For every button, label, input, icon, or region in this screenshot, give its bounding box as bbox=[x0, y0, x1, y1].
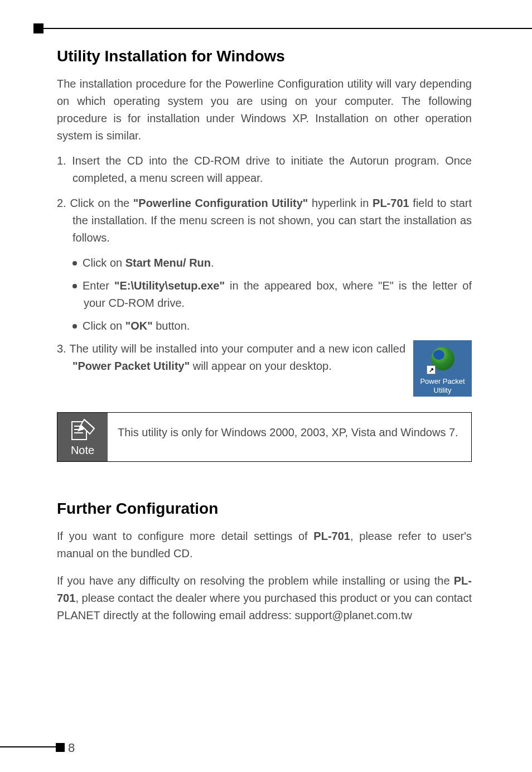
step2-text-c: hyperlink in bbox=[308, 197, 373, 209]
note-left-panel: Note bbox=[57, 413, 108, 461]
step2-product: PL-701 bbox=[373, 197, 409, 209]
bullet-2: Enter "E:\Utility\setup.exe" in the appe… bbox=[72, 277, 472, 312]
step2-link-text: "Powerline Configuration Utility" bbox=[133, 197, 308, 209]
p2-c: , please contact the dealer where you pu… bbox=[57, 592, 472, 621]
note-label: Note bbox=[71, 444, 94, 457]
bullet-1: Click on Start Menu/ Run. bbox=[72, 254, 472, 272]
bullet-icon bbox=[72, 261, 77, 266]
bullet3-c: button. bbox=[153, 320, 190, 332]
step1-prefix: 1. bbox=[57, 155, 72, 167]
bullet1-b: Start Menu/ Run bbox=[125, 257, 211, 269]
step3-b: "Power Packet Utility" bbox=[72, 360, 190, 372]
section-further-config: Further Configuration If you want to con… bbox=[57, 500, 472, 624]
bullet-icon bbox=[72, 284, 77, 288]
p1-a: If you want to configure more detail set… bbox=[57, 530, 313, 542]
section-heading-further: Further Configuration bbox=[57, 500, 472, 518]
step3-a: The utility will be installed into your … bbox=[70, 342, 405, 355]
header-rule bbox=[33, 28, 532, 29]
intro-paragraph: The installation procedure for the Power… bbox=[57, 75, 472, 144]
power-packet-desktop-icon: ↗ Power Packet Utility bbox=[413, 340, 472, 397]
step-3-row: 3. The utility will be installed into yo… bbox=[57, 340, 472, 397]
note-box: Note This utility is only for Windows 20… bbox=[57, 412, 472, 462]
bullet3-b: "OK" bbox=[125, 320, 153, 332]
bullet2-a: Enter bbox=[83, 279, 114, 292]
footer-square-marker bbox=[56, 743, 65, 752]
step-1: 1. Insert the CD into the CD-ROM drive t… bbox=[57, 152, 472, 187]
bullet1-c: . bbox=[211, 257, 214, 269]
note-icon bbox=[67, 417, 98, 442]
bullet-3: Click on "OK" button. bbox=[72, 317, 472, 335]
desktop-icon-image: ↗ bbox=[413, 340, 472, 377]
step3-prefix: 3. bbox=[57, 342, 70, 355]
step2-text-a: Click on the bbox=[70, 197, 133, 209]
p2-a: If you have any difficulty on resolving … bbox=[57, 575, 454, 587]
page-content: Utility Installation for Windows The ins… bbox=[57, 47, 472, 632]
step1-text: Insert the CD into the CD-ROM drive to i… bbox=[72, 155, 472, 184]
step2-prefix: 2. bbox=[57, 197, 70, 209]
further-para1: If you want to configure more detail set… bbox=[57, 528, 472, 562]
step-3: 3. The utility will be installed into yo… bbox=[57, 340, 405, 375]
page-number: 8 bbox=[68, 741, 75, 755]
bullet-icon bbox=[72, 324, 77, 329]
step3-c: will appear on your desktop. bbox=[190, 360, 332, 372]
desktop-icon-label: Power Packet Utility bbox=[413, 377, 472, 397]
footer-rule bbox=[0, 746, 56, 747]
header-square-marker bbox=[33, 23, 43, 33]
bullet3-a: Click on bbox=[83, 320, 125, 332]
further-para2: If you have any difficulty on resolving … bbox=[57, 572, 472, 624]
shortcut-arrow-icon: ↗ bbox=[427, 365, 436, 374]
p1-b: PL-701 bbox=[313, 530, 350, 542]
note-text: This utility is only for Windows 2000, 2… bbox=[108, 413, 471, 461]
bullet1-a: Click on bbox=[83, 257, 125, 269]
step-2: 2. Click on the "Powerline Configuration… bbox=[57, 195, 472, 247]
section-heading-utility: Utility Installation for Windows bbox=[57, 47, 472, 65]
bullet2-b: "E:\Utility\setup.exe" bbox=[114, 279, 225, 292]
